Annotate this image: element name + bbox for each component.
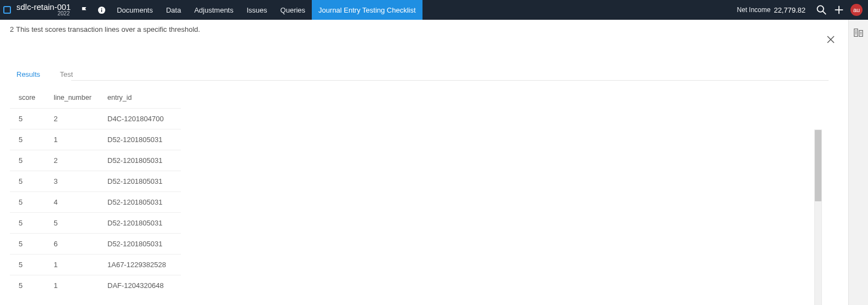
cell-score: 5 — [10, 171, 45, 192]
add-icon[interactable] — [832, 3, 846, 17]
cell-entry-id: D52-1201805031 — [99, 192, 181, 213]
avatar[interactable]: au — [850, 4, 863, 16]
cell-entry-id: D4C-1201804700 — [99, 109, 181, 129]
cell-entry-id: 1A67-1229382528 — [99, 255, 181, 275]
result-tabs: Results Test — [0, 46, 848, 81]
cell-line-number: 4 — [45, 192, 99, 213]
project-year: 2022 — [16, 10, 71, 17]
table-row[interactable]: 55D52-1201805031 — [10, 213, 181, 234]
nav-data[interactable]: Data — [159, 0, 187, 20]
col-header-line-number[interactable]: line_number — [45, 91, 99, 109]
cell-entry-id: D52-1201805031 — [99, 171, 181, 192]
svg-line-5 — [823, 12, 826, 14]
net-income-value: 22,779.82 — [774, 6, 806, 14]
scrollbar-thumb[interactable] — [815, 130, 821, 201]
table-row[interactable]: 51DAF-1204320648 — [10, 275, 181, 296]
cell-score: 5 — [10, 129, 45, 150]
net-income-label: Net Income — [737, 6, 770, 14]
table-row[interactable]: 56D52-1201805031 — [10, 234, 181, 255]
side-dock — [848, 20, 868, 305]
panel-toggle-icon[interactable] — [852, 26, 865, 39]
table-row[interactable]: 54D52-1201805031 — [10, 192, 181, 213]
table-row[interactable]: 53D52-1201805031 — [10, 171, 181, 192]
nav-queries[interactable]: Queries — [274, 0, 312, 20]
table-row[interactable]: 52D52-1201805031 — [10, 150, 181, 171]
test-description-row: 2 This test scores transaction lines ove… — [0, 20, 848, 46]
cell-score: 5 — [10, 255, 45, 275]
svg-rect-0 — [4, 7, 10, 13]
cell-line-number: 5 — [45, 213, 99, 234]
cell-line-number: 6 — [45, 234, 99, 255]
svg-rect-3 — [101, 8, 102, 9]
svg-rect-9 — [859, 30, 862, 36]
cell-score: 5 — [10, 150, 45, 171]
project-name: sdlc-retain-001 — [16, 3, 71, 11]
cell-entry-id: D52-1201805031 — [99, 234, 181, 255]
results-table-wrap: score line_number entry_id 52D4C-1201804… — [10, 91, 848, 296]
info-icon[interactable] — [93, 0, 110, 20]
cell-line-number: 1 — [45, 255, 99, 275]
table-row[interactable]: 51D52-1201805031 — [10, 129, 181, 150]
flag-icon[interactable] — [76, 0, 93, 20]
nav-documents[interactable]: Documents — [110, 0, 159, 20]
table-row[interactable]: 511A67-1229382528 — [10, 255, 181, 275]
cell-score: 5 — [10, 213, 45, 234]
cell-entry-id: D52-1201805031 — [99, 129, 181, 150]
col-header-entry-id[interactable]: entry_id — [99, 91, 181, 109]
cell-line-number: 1 — [45, 129, 99, 150]
cell-score: 5 — [10, 234, 45, 255]
cell-entry-id: DAF-1204320648 — [99, 275, 181, 296]
cell-line-number: 1 — [45, 275, 99, 296]
project-icon[interactable] — [0, 0, 14, 20]
top-nav: sdlc-retain-001 2022 Documents Data Adju… — [0, 0, 868, 20]
cell-score: 5 — [10, 275, 45, 296]
tab-test[interactable]: Test — [60, 70, 73, 81]
close-icon[interactable] — [824, 33, 837, 46]
svg-rect-2 — [101, 9, 102, 12]
results-table: score line_number entry_id 52D4C-1201804… — [10, 91, 181, 296]
cell-line-number: 2 — [45, 150, 99, 171]
project-selector[interactable]: sdlc-retain-001 2022 — [14, 0, 76, 20]
nav-journal-entry-testing-checklist[interactable]: Journal Entry Testing Checklist — [312, 0, 422, 20]
cell-line-number: 3 — [45, 171, 99, 192]
tab-underline — [71, 80, 829, 81]
col-header-score[interactable]: score — [10, 91, 45, 109]
table-row[interactable]: 52D4C-1201804700 — [10, 109, 181, 129]
cell-line-number: 2 — [45, 109, 99, 129]
main-area: 2 This test scores transaction lines ove… — [0, 20, 848, 305]
search-icon[interactable] — [814, 3, 829, 17]
cell-score: 5 — [10, 192, 45, 213]
test-description: This test scores transaction lines over … — [16, 25, 200, 33]
svg-point-4 — [817, 5, 823, 12]
nav-adjustments[interactable]: Adjustments — [187, 0, 240, 20]
cell-entry-id: D52-1201805031 — [99, 213, 181, 234]
results-scrollbar[interactable] — [814, 129, 822, 305]
tab-results[interactable]: Results — [16, 70, 40, 81]
cell-entry-id: D52-1201805031 — [99, 150, 181, 171]
topnav-right: Net Income 22,779.82 au — [737, 0, 868, 20]
nav-issues[interactable]: Issues — [240, 0, 274, 20]
cell-score: 5 — [10, 109, 45, 129]
test-index: 2 — [10, 25, 14, 33]
